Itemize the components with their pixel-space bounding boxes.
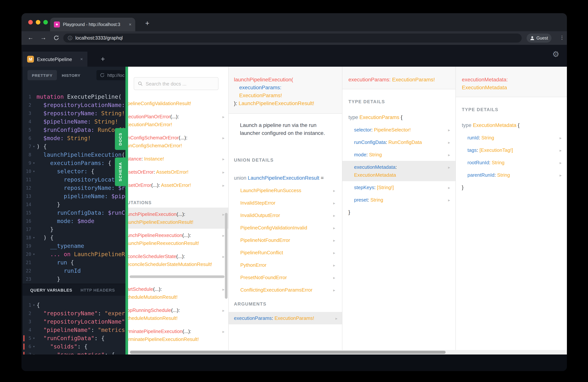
settings-gear-icon[interactable]: ⚙	[552, 50, 559, 58]
tab-http-headers[interactable]: HTTP HEADERS	[81, 288, 115, 292]
chevron-right-icon[interactable]: ▸	[333, 199, 335, 207]
site-info-icon[interactable]: ⓘ	[68, 36, 72, 40]
horizontal-scrollbar-thumb[interactable]	[130, 351, 446, 354]
horizontal-scrollbar[interactable]	[128, 350, 567, 355]
code-line[interactable]: 4 $pipelineName: String!	[22, 118, 126, 126]
type-field[interactable]: runConfigData: RunConfigData▸	[342, 136, 455, 149]
prettify-button[interactable]: PRETTIFY	[27, 70, 57, 80]
close-window-button[interactable]	[28, 20, 33, 24]
type-field[interactable]: stepKeys: [String!]▸	[342, 181, 455, 194]
type-field[interactable]: rootRunId: String▸	[456, 156, 567, 169]
session-tab[interactable]: M ExecutePipeline ×	[22, 52, 87, 67]
union-member[interactable]: PipelineRunConflict▸	[229, 246, 342, 259]
type-field[interactable]: parentRunId: String▸	[456, 169, 567, 181]
minimize-window-button[interactable]	[36, 20, 40, 24]
union-member[interactable]: InvalidStepError▸	[229, 197, 342, 209]
code-line[interactable]: 21 run {	[22, 258, 126, 267]
chevron-right-icon[interactable]: ▸	[333, 236, 335, 245]
union-member[interactable]: PresetNotFoundError▸	[229, 271, 342, 284]
code-line[interactable]: 10▾ selector: {	[22, 167, 126, 175]
code-line[interactable]: 6▾ "solids": {	[22, 342, 126, 351]
chevron-right-icon[interactable]: ▸	[560, 171, 562, 179]
url-bar[interactable]: ⓘ localhost:3333/graphql	[63, 34, 522, 42]
type-field[interactable]: preset: String▸	[342, 194, 455, 206]
chevron-right-icon[interactable]: ▸	[333, 224, 335, 232]
query-editor[interactable]: 1mutation ExecutePipeline(2 $repositoryL…	[22, 84, 126, 284]
vertical-scrollbar-thumb[interactable]	[225, 213, 228, 299]
code-line[interactable]: 17 }	[22, 225, 126, 233]
docs-item[interactable]: executionPlanOrError(...):ExecutionPlanO…	[128, 110, 228, 131]
docs-item[interactable]: reconcileSchedulerState(...):ReconcileSc…	[128, 250, 228, 271]
docs-item[interactable]: stopRunningSchedule(...):ScheduleMutatio…	[128, 304, 228, 325]
code-line[interactable]: 19 __typename	[22, 242, 126, 250]
type-field[interactable]: runId: String▸	[456, 131, 567, 144]
argument-row[interactable]: executionParams: ExecutionParams! ▸	[229, 312, 342, 324]
code-line[interactable]: 5▾ "runConfigData": {	[22, 334, 126, 342]
chevron-right-icon[interactable]: ▸	[560, 159, 562, 167]
history-button[interactable]: HISTORY	[62, 70, 81, 80]
chevron-right-icon[interactable]: ▸	[333, 261, 335, 269]
code-line[interactable]: 1▾{	[22, 301, 126, 309]
chevron-right-icon[interactable]: ▸	[222, 286, 225, 294]
docs-item[interactable]: runConfigSchemaOrError(...):RunConfigSch…	[128, 131, 228, 152]
code-line[interactable]: 1mutation ExecutePipeline(	[22, 93, 126, 101]
code-line[interactable]: 2 $repositoryLocationName: String!	[22, 101, 126, 109]
fold-arrow-icon[interactable]: ▾	[31, 233, 37, 242]
endpoint-input[interactable]: http://loc	[96, 70, 126, 80]
code-line[interactable]: 6 $mode: String!	[22, 134, 126, 142]
chevron-right-icon[interactable]: ▸	[448, 151, 450, 159]
chevron-right-icon[interactable]: ▸	[448, 184, 450, 192]
chevron-right-icon[interactable]: ▸	[333, 249, 335, 257]
code-line[interactable]: 3 $repositoryName: String!	[22, 109, 126, 118]
fold-arrow-icon[interactable]: ▾	[31, 250, 37, 258]
chevron-right-icon[interactable]: ▸	[336, 315, 337, 322]
chevron-right-icon[interactable]: ▸	[222, 328, 225, 336]
code-line[interactable]: 11 repositoryLocationName: $repositoryLo…	[22, 175, 126, 184]
variables-editor[interactable]: 1▾{2 "repositoryName": "exper3 "reposito…	[22, 296, 126, 355]
docs-item[interactable]: startSchedule(...):ScheduleMutationResul…	[128, 282, 228, 304]
fold-arrow-icon[interactable]: ▾	[31, 342, 37, 351]
tab-close-icon[interactable]: ×	[129, 22, 131, 27]
docs-item-partial[interactable]: PipelineConfigValidationResult!	[128, 97, 228, 110]
browser-menu-icon[interactable]: ⋮	[559, 35, 566, 40]
chevron-right-icon[interactable]: ▸	[333, 187, 335, 195]
fold-arrow-icon[interactable]: ▾	[31, 167, 37, 175]
fold-arrow-icon[interactable]: ▾	[31, 142, 37, 151]
chevron-right-icon[interactable]: ▸	[560, 147, 562, 154]
chevron-right-icon[interactable]: ▸	[222, 169, 225, 176]
docs-item[interactable]: launchPipelineExecution(...):LaunchPipel…	[128, 208, 228, 229]
union-member[interactable]: LaunchPipelineRunSuccess▸	[229, 184, 342, 197]
code-line[interactable]: 18▾ ) {	[22, 233, 126, 242]
reload-icon[interactable]	[52, 34, 61, 42]
chevron-right-icon[interactable]: ▸	[333, 274, 335, 282]
docs-item[interactable]: launchPipelineReexecution(...):LaunchPip…	[128, 229, 228, 250]
chevron-right-icon[interactable]: ▸	[222, 253, 225, 261]
session-tab-close-icon[interactable]: ×	[80, 57, 83, 62]
chevron-right-icon[interactable]: ▸	[448, 196, 450, 204]
docs-item[interactable]: assetsOrError: AssetsOrError!▸	[128, 165, 228, 179]
new-tab-button[interactable]: +	[142, 19, 152, 29]
fold-arrow-icon[interactable]: ▾	[31, 351, 37, 355]
union-member[interactable]: ConflictingExecutionParamsError▸	[229, 284, 342, 296]
chevron-right-icon[interactable]: ▸	[222, 155, 225, 163]
chevron-right-icon[interactable]: ▸	[222, 134, 225, 142]
chevron-right-icon[interactable]: ▸	[222, 307, 225, 315]
docs-item[interactable]: instance: Instance!▸	[128, 152, 228, 165]
union-member[interactable]: PipelineConfigValidationInvalid▸	[229, 221, 342, 234]
horizontal-scrollbar-thumb[interactable]	[129, 276, 225, 278]
schema-tab[interactable]: SCHEMA	[115, 157, 126, 186]
type-field[interactable]: executionMetadata:ExecutionMetadata▸	[342, 161, 455, 181]
code-line[interactable]: 3 "repositoryLocationName":	[22, 318, 126, 326]
code-line[interactable]: 5 $runConfigData: RunConfigData	[22, 126, 126, 134]
chevron-right-icon[interactable]: ▸	[222, 113, 225, 121]
code-line[interactable]: 13 pipelineName: $pipelineName	[22, 192, 126, 200]
code-line[interactable]: 20▾ ... on LaunchPipelineRunSuccess {	[22, 250, 126, 258]
browser-tab[interactable]: ◆ Playground - http://localhost:3 ×	[50, 18, 135, 31]
chevron-right-icon[interactable]: ▸	[222, 211, 225, 218]
docs-search-input[interactable]	[146, 81, 214, 86]
type-field[interactable]: tags: [ExecutionTag!]▸	[456, 144, 567, 156]
code-line[interactable]: 12 repositoryName: $repositoryName	[22, 184, 126, 192]
chevron-right-icon[interactable]: ▸	[222, 232, 225, 240]
chevron-right-icon[interactable]: ▸	[448, 139, 450, 147]
type-field[interactable]: mode: String▸	[342, 149, 455, 161]
